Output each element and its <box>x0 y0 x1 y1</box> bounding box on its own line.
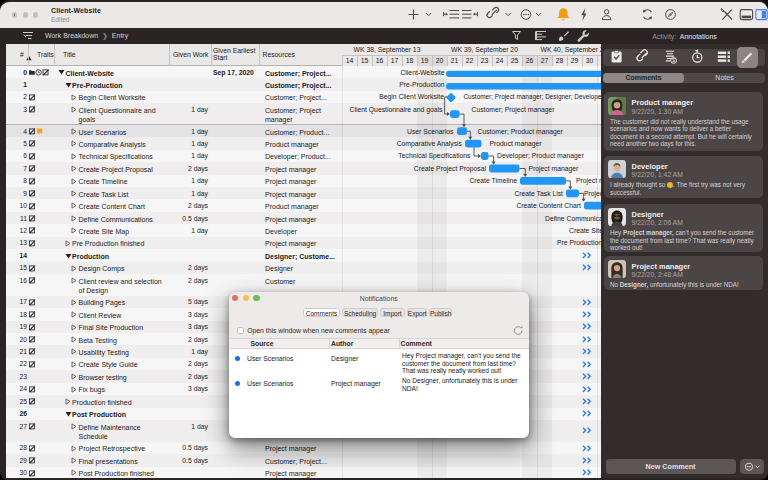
svg-text:$: $ <box>672 58 675 63</box>
